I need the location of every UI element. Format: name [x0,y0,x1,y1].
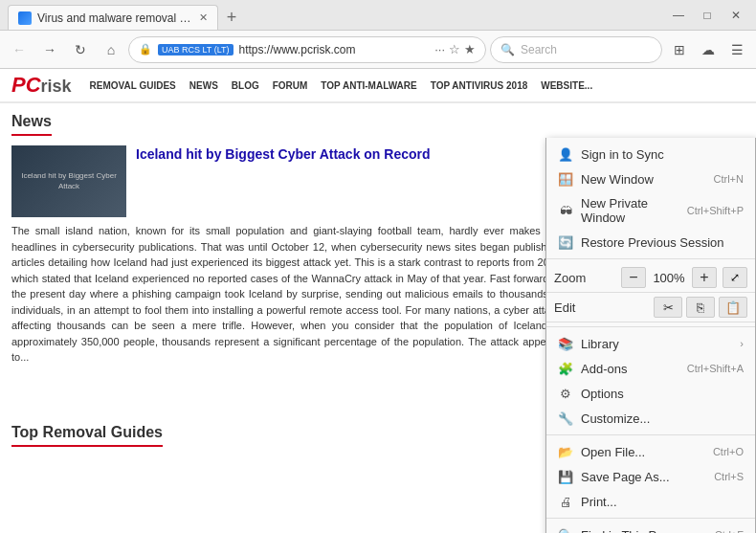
nav-news[interactable]: NEWS [183,75,225,97]
zoom-minus-button[interactable]: − [621,267,646,288]
paste-button[interactable]: 📋 [719,297,747,318]
save-icon: 💾 [558,469,573,484]
star-icon[interactable]: ★ [464,42,476,56]
nav-forum[interactable]: FORUM [266,75,315,97]
home-button[interactable]: ⌂ [98,36,124,63]
menu-save-shortcut: Ctrl+S [714,471,744,482]
menu-find-label: Find in This Page... [581,528,707,534]
zoom-expand-button[interactable]: ⤢ [723,267,747,288]
menu-private-window-label: New Private Window [581,196,679,225]
menu-library-label: Library [581,337,732,351]
removal-section-title: Top Removal Guides [11,424,163,447]
menu-print-label: Print... [581,495,744,509]
menu-addons[interactable]: 🧩 Add-ons Ctrl+Shift+A [546,356,755,381]
find-icon: 🔍 [558,527,573,533]
menu-section-zoom-edit: Zoom − 100% + ⤢ Edit ✂ ⎘ 📋 [546,259,755,327]
more-icon[interactable]: ··· [434,42,445,56]
bookmarks-icon[interactable]: ⊞ [666,36,693,63]
library-icon: 📚 [558,336,573,351]
menu-options-label: Options [581,387,744,401]
menu-new-window[interactable]: 🪟 New Window Ctrl+N [546,167,755,191]
tab-close-button[interactable]: ✕ [199,11,208,24]
menu-new-window-shortcut: Ctrl+N [714,173,744,185]
bookmark-icon[interactable]: ☆ [449,42,460,56]
sync-icon[interactable]: ☁ [695,36,722,63]
content-area: PCrisk REMOVAL GUIDES NEWS BLOG FORUM TO… [0,69,756,533]
title-bar: Virus and malware removal ins... ✕ + — □… [0,0,756,31]
zoom-plus-button[interactable]: + [692,267,717,288]
menu-find-shortcut: Ctrl+F [715,529,744,533]
tab-title: Virus and malware removal ins... [37,11,193,25]
addons-icon: 🧩 [558,361,573,376]
active-tab[interactable]: Virus and malware removal ins... ✕ [8,5,218,30]
forward-button[interactable]: → [36,36,63,63]
tab-area: Virus and malware removal ins... ✕ + [8,0,666,30]
site-logo: PCrisk [11,73,72,98]
menu-section-1: 👤 Sign in to Sync 🪟 New Window Ctrl+N 🕶 … [546,138,755,259]
options-icon: ⚙ [558,386,573,401]
reload-button[interactable]: ↻ [67,36,94,63]
menu-restore-session[interactable]: 🔄 Restore Previous Session [546,230,755,255]
menu-customize-label: Customize... [581,411,744,426]
news-section-title: News [11,113,52,136]
firefox-menu: 👤 Sign in to Sync 🪟 New Window Ctrl+N 🕶 … [545,138,756,533]
print-icon: 🖨 [558,494,573,509]
menu-find[interactable]: 🔍 Find in This Page... Ctrl+F [546,522,755,533]
new-tab-button[interactable]: + [218,5,245,30]
menu-private-window-shortcut: Ctrl+Shift+P [687,205,744,216]
menu-options[interactable]: ⚙ Options [546,381,755,406]
menu-addons-label: Add-ons [581,362,679,376]
address-bar[interactable]: 🔒 UAB RCS LT (LT) https://www.pcrisk.com… [128,36,486,63]
edit-controls: ✂ ⎘ 📋 [591,297,747,318]
nav-top-antimalware[interactable]: TOP ANTI-MALWARE [314,75,423,97]
menu-print[interactable]: 🖨 Print... [546,489,755,514]
minimize-button[interactable]: — [666,3,691,28]
menu-new-window-label: New Window [581,172,706,187]
zoom-label: Zoom [554,271,588,285]
zoom-controls: − 100% + ⤢ [591,267,747,288]
cut-button[interactable]: ✂ [654,297,682,318]
menu-open-file[interactable]: 📂 Open File... Ctrl+O [546,439,755,464]
window-controls: — □ ✕ [666,3,748,28]
menu-private-window[interactable]: 🕶 New Private Window Ctrl+Shift+P [546,191,755,230]
menu-button[interactable]: ☰ [723,36,750,63]
site-nav: REMOVAL GUIDES NEWS BLOG FORUM TOP ANTI-… [83,75,600,97]
nav-blog[interactable]: BLOG [225,75,266,97]
main-article-body: The small island nation, known for its s… [11,223,561,366]
back-button[interactable]: ← [6,36,33,63]
lock-icon: 🔒 [139,43,152,56]
copy-button[interactable]: ⎘ [686,297,715,318]
site-header: PCrisk REMOVAL GUIDES NEWS BLOG FORUM TO… [0,69,756,103]
menu-section-4: 🔍 Find in This Page... Ctrl+F ⋯ More › 🛠… [546,519,755,533]
article-image-label: Iceland hit by Biggest Cyber Attack [15,171,122,191]
menu-open-file-label: Open File... [581,445,705,459]
main-article: Iceland hit by Biggest Cyber Attack Icel… [11,145,561,416]
new-window-icon: 🪟 [558,171,573,187]
menu-restore-label: Restore Previous Session [581,235,744,250]
nav-bar: ← → ↻ ⌂ 🔒 UAB RCS LT (LT) https://www.pc… [0,31,756,69]
nav-removal-guides[interactable]: REMOVAL GUIDES [83,75,183,97]
url-display: https://www.pcrisk.com [239,43,430,56]
private-window-icon: 🕶 [558,203,573,218]
zoom-row: Zoom − 100% + ⤢ [546,263,755,293]
restore-icon: 🔄 [558,234,573,250]
close-button[interactable]: ✕ [723,3,748,28]
menu-sign-in[interactable]: 👤 Sign in to Sync [546,142,755,167]
menu-sign-in-label: Sign in to Sync [581,147,744,162]
menu-save-label: Save Page As... [581,470,706,484]
menu-library[interactable]: 📚 Library › [546,331,755,356]
menu-customize[interactable]: 🔧 Customize... [546,406,755,431]
open-file-icon: 📂 [558,444,573,459]
main-article-image: Iceland hit by Biggest Cyber Attack [11,145,126,217]
browser-frame: Virus and malware removal ins... ✕ + — □… [0,0,756,533]
nav-top-antivirus[interactable]: TOP ANTIVIRUS 2018 [424,75,535,97]
tab-favicon [18,11,32,25]
search-bar[interactable]: 🔍 Search [490,36,662,63]
maximize-button[interactable]: □ [695,3,720,28]
nav-website[interactable]: WEBSITE... [534,75,599,97]
menu-save-page[interactable]: 💾 Save Page As... Ctrl+S [546,464,755,489]
menu-section-2: 📚 Library › 🧩 Add-ons Ctrl+Shift+A ⚙ Opt… [546,327,755,435]
zoom-value: 100% [652,271,686,285]
edit-label: Edit [554,300,588,315]
address-icons: ··· ☆ ★ [434,42,476,56]
